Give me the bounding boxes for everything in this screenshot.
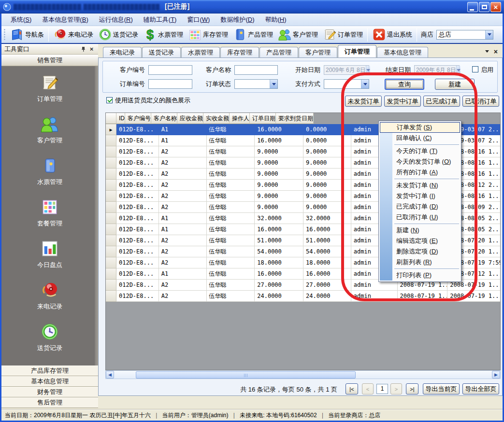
context-menu-item[interactable]: 新建 (N) xyxy=(380,225,460,236)
context-menu-item[interactable]: 刷新列表 (R) xyxy=(380,257,460,267)
context-menu-item[interactable]: 已取消订单 (U) xyxy=(380,212,460,223)
context-menu-item[interactable]: 回单确认 (C) xyxy=(380,133,460,143)
next-page-button[interactable]: > xyxy=(390,383,402,394)
context-menu-item[interactable]: 订单发货 (S) xyxy=(380,122,460,133)
close-icon[interactable]: × xyxy=(88,45,95,53)
grid-column-header[interactable]: 操作人 xyxy=(230,113,250,124)
chevron-down-icon[interactable] xyxy=(366,66,370,74)
grid-column-header[interactable]: ID xyxy=(116,113,125,124)
use-deliverer-color-checkbox[interactable] xyxy=(106,97,113,103)
sidebar-section-bar[interactable]: 财务管理 xyxy=(1,387,98,397)
context-menu-item[interactable]: 删除选定项 (D) xyxy=(380,246,460,257)
tab[interactable]: 来电记录 xyxy=(103,47,142,57)
menubar-item[interactable]: 帮助(H) xyxy=(259,14,291,26)
sidebar-item[interactable]: 客户管理 xyxy=(14,114,86,156)
sidebar-item[interactable]: 水票管理 xyxy=(14,156,86,197)
horizontal-scrollbar[interactable]: ◀ ▶ xyxy=(105,370,501,379)
toolbar-button[interactable]: 客户管理 xyxy=(275,27,320,42)
last-page-button[interactable]: >| xyxy=(406,383,418,394)
toolbar-button[interactable]: 来电记录 xyxy=(51,27,96,42)
grid-column-header[interactable]: 实收金额 xyxy=(203,113,230,124)
maximize-button[interactable] xyxy=(479,2,490,12)
menubar-item[interactable]: 系统(S) xyxy=(5,14,37,26)
sidebar-section-bar[interactable]: 售后管理 xyxy=(1,397,98,408)
grid-column-header[interactable]: 订单日期 xyxy=(250,113,276,124)
page-number-input[interactable]: 1 xyxy=(376,384,388,394)
export-current-page-button[interactable]: 导出当前页 xyxy=(423,383,460,394)
menubar-item[interactable]: 辅助工具(T) xyxy=(138,14,182,26)
sidebar-item[interactable]: 来电记录 xyxy=(14,281,86,322)
sidebar-section-bar[interactable]: 基本信息管理 xyxy=(1,376,98,387)
tab[interactable]: 水票管理 xyxy=(181,47,220,57)
order-status-filter-button[interactable]: 已取消订单 xyxy=(462,96,499,107)
sidebar-item[interactable]: 套餐管理 xyxy=(14,197,86,239)
new-button[interactable]: 新建 xyxy=(435,79,475,90)
chevron-down-icon[interactable] xyxy=(270,80,277,88)
context-menu-item[interactable]: 未发货订单 (N) xyxy=(380,180,460,191)
tab-close-icon[interactable]: × xyxy=(494,49,498,55)
context-menu-item[interactable]: 今天的发货订单 (O) xyxy=(380,156,460,167)
first-page-button[interactable]: |< xyxy=(346,383,358,394)
context-menu-item[interactable]: 今天的订单 (T) xyxy=(380,146,460,156)
sidebar-item[interactable]: 今日盘点 xyxy=(14,239,86,281)
order-status-select[interactable] xyxy=(234,79,278,89)
end-date-picker[interactable]: 2009年 6月 8日 xyxy=(414,65,460,75)
sidebar-section-sales[interactable]: 销售管理 xyxy=(1,55,98,66)
toolbar-button[interactable]: 订单管理 xyxy=(320,27,365,42)
menubar-item[interactable]: 基本信息管理(B) xyxy=(37,14,93,26)
context-menu-item[interactable]: 发货中订单 (I) xyxy=(380,191,460,201)
query-button[interactable]: 查询 xyxy=(385,79,424,90)
table-row[interactable]: 012D-E8... A2 伍华聪 24.0000 24.0000 admin … xyxy=(106,291,500,302)
sidebar-section-bar[interactable]: 产品库存管理 xyxy=(1,366,98,376)
tab[interactable]: 库存管理 xyxy=(220,47,259,57)
close-button[interactable]: × xyxy=(490,2,501,12)
grid-column-header[interactable]: 应收金额 xyxy=(177,113,203,124)
scrollbar-thumb[interactable] xyxy=(136,371,356,379)
prev-page-button[interactable]: < xyxy=(362,383,374,394)
toolbar-button[interactable]: 送货记录 xyxy=(96,27,141,42)
toolbar-button[interactable]: 导航条 xyxy=(8,27,46,42)
menubar-item[interactable]: 窗口(W) xyxy=(182,14,215,26)
context-menu-item[interactable]: 所有的订单 (A) xyxy=(380,167,460,178)
customer-no-input[interactable] xyxy=(148,65,192,75)
scroll-left-icon[interactable]: ◀ xyxy=(106,371,114,379)
tab[interactable]: 送货记录 xyxy=(142,47,181,57)
tab[interactable]: 客户管理 xyxy=(299,47,337,57)
toolbar-button[interactable]: $ 水票管理 xyxy=(141,27,186,42)
customer-name-input[interactable] xyxy=(234,65,278,75)
order-status-filter-button[interactable]: 已完成订单 xyxy=(423,96,460,107)
sidebar-item[interactable]: 订单管理 xyxy=(14,73,86,114)
tab[interactable]: 订单管理 xyxy=(338,45,376,57)
grid-column-header[interactable]: 客户编号 xyxy=(125,113,151,124)
toolbar-button[interactable]: 产品管理 xyxy=(230,27,275,42)
toolbar-button[interactable]: 退出系统 xyxy=(370,27,415,42)
scroll-right-icon[interactable]: ▶ xyxy=(492,371,500,379)
toolbar-button[interactable]: 库存管理 xyxy=(186,27,230,42)
pay-method-select[interactable] xyxy=(324,79,369,89)
tab[interactable]: 产品管理 xyxy=(259,47,298,57)
tab[interactable]: 基本信息管理 xyxy=(377,47,428,57)
context-menu-item[interactable]: 编辑选定项 (E) xyxy=(380,236,460,246)
menubar-item[interactable]: 数据维护(D) xyxy=(215,14,259,26)
toolbar-grip[interactable] xyxy=(3,28,6,41)
tab-list-dropdown-icon[interactable] xyxy=(485,50,489,55)
pin-icon[interactable] xyxy=(81,46,88,52)
sidebar-scrollbar[interactable] xyxy=(95,66,98,366)
grid-column-header[interactable]: 要求到货日期 xyxy=(276,113,314,124)
chevron-down-icon[interactable] xyxy=(456,66,461,74)
minimize-button[interactable] xyxy=(467,2,478,12)
order-no-input[interactable] xyxy=(148,79,192,89)
chevron-down-icon[interactable] xyxy=(485,30,493,39)
grid-column-header[interactable]: 客户名称 xyxy=(151,113,177,124)
chevron-down-icon[interactable] xyxy=(361,80,369,88)
store-select[interactable]: 总店 xyxy=(436,30,493,40)
order-status-filter-button[interactable]: 未发货订单 xyxy=(345,96,382,107)
menubar-item[interactable]: 运行信息(R) xyxy=(94,14,138,26)
enable-date-checkbox[interactable] xyxy=(472,66,478,72)
order-status-filter-button[interactable]: 发货中订单 xyxy=(384,96,421,107)
context-menu-item[interactable]: 已完成订单 (D) xyxy=(380,201,460,212)
export-all-pages-button[interactable]: 导出全部页 xyxy=(462,383,499,394)
start-date-picker[interactable]: 2009年 6月 8日 xyxy=(324,65,369,75)
context-menu-item[interactable]: 打印列表 (P) xyxy=(380,270,460,281)
sidebar-item[interactable]: 送货记录 xyxy=(14,322,86,364)
